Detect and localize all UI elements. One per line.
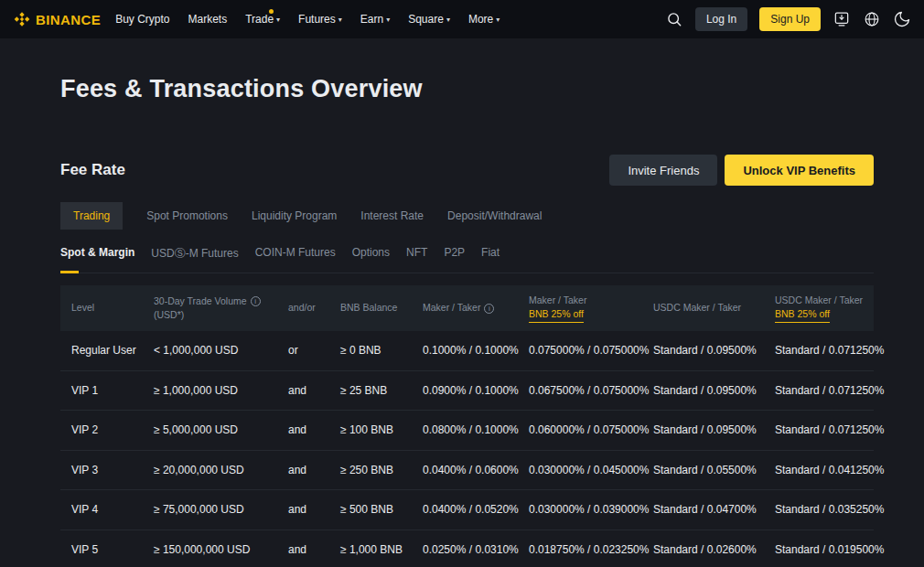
table-row: VIP 4 ≥ 75,000,000 USD and ≥ 500 BNB 0.0… (60, 490, 874, 530)
td-andor: and (277, 423, 329, 436)
td-maker-taker-bnb: 0.030000% / 0.039000% (518, 503, 642, 516)
td-bnb-balance: ≥ 0 BNB (329, 344, 412, 357)
nav-buy-crypto[interactable]: Buy Crypto (115, 13, 169, 26)
tab-liquidity-program[interactable]: Liquidity Program (252, 202, 337, 230)
td-bnb-balance: ≥ 250 BNB (329, 464, 412, 476)
col-header-maker-taker-bnb: Maker / Taker BNB 25% off (518, 287, 642, 329)
bnb-discount-link[interactable]: BNB 25% off (775, 307, 830, 323)
nav-earn[interactable]: Earn (360, 13, 390, 26)
nav-trade[interactable]: Trade (245, 13, 280, 26)
subtab-usds-m-futures[interactable]: USDⓈ-M Futures (151, 246, 238, 262)
chevron-down-icon (338, 13, 342, 26)
td-bnb-balance: ≥ 100 BNB (329, 423, 412, 436)
nav-markets[interactable]: Markets (188, 13, 228, 26)
td-usdc-maker-taker-bnb: Standard / 0.071250% (764, 423, 889, 436)
login-button[interactable]: Log In (695, 7, 747, 31)
td-maker-taker-bnb: 0.075000% / 0.075000% (518, 344, 642, 357)
table-row: Regular User < 1,000,000 USD or ≥ 0 BNB … (60, 331, 874, 371)
tab-spot-promotions[interactable]: Spot Promotions (146, 202, 228, 230)
td-bnb-balance: ≥ 1,000 BNB (329, 543, 412, 556)
invite-friends-button[interactable]: Invite Friends (609, 155, 717, 186)
td-level: VIP 4 (60, 503, 143, 516)
navbar-actions: Log In Sign Up (665, 7, 911, 31)
td-maker-taker: 0.1000% / 0.1000% (412, 344, 518, 357)
language-globe-icon[interactable] (863, 10, 881, 28)
info-icon[interactable] (484, 304, 494, 314)
td-andor: and (277, 384, 329, 397)
td-maker-taker-bnb: 0.018750% / 0.023250% (518, 543, 642, 556)
table-row: VIP 3 ≥ 20,000,000 USD and ≥ 250 BNB 0.0… (60, 451, 874, 491)
subtab-options[interactable]: Options (352, 246, 390, 262)
subtab-p2p[interactable]: P2P (444, 246, 465, 262)
subtab-spot-margin[interactable]: Spot & Margin (60, 246, 134, 262)
theme-moon-icon[interactable] (893, 10, 911, 28)
td-usdc-maker-taker: Standard / 0.09500% (642, 423, 764, 436)
td-maker-taker-bnb: 0.067500% / 0.075000% (518, 384, 642, 397)
chevron-down-icon (276, 13, 280, 26)
td-usdc-maker-taker: Standard / 0.02600% (642, 543, 764, 556)
nav-futures[interactable]: Futures (298, 13, 342, 26)
td-level: VIP 1 (60, 384, 143, 397)
td-level: VIP 3 (60, 464, 143, 476)
subtab-nft[interactable]: NFT (406, 246, 427, 262)
nav-square[interactable]: Square (408, 13, 450, 26)
td-level: VIP 2 (60, 423, 143, 436)
subtab-coin-m-futures[interactable]: COIN-M Futures (255, 246, 336, 262)
td-maker-taker: 0.0900% / 0.1000% (412, 384, 518, 397)
chevron-down-icon (496, 13, 500, 26)
table-row: VIP 2 ≥ 5,000,000 USD and ≥ 100 BNB 0.08… (60, 411, 874, 451)
col-header-usdc-maker-taker-bnb: USDC Maker / Taker BNB 25% off (764, 287, 874, 329)
page-content: Fees & Transactions Overview Fee Rate In… (0, 75, 924, 567)
binance-logo-icon (13, 10, 31, 28)
td-usdc-maker-taker: Standard / 0.09500% (642, 344, 764, 357)
signup-button[interactable]: Sign Up (759, 7, 821, 31)
td-usdc-maker-taker-bnb: Standard / 0.041250% (764, 464, 889, 476)
tab-deposit-withdrawal[interactable]: Deposit/Withdrawal (447, 202, 542, 230)
binance-logo[interactable]: BINANCE (13, 10, 101, 28)
td-andor: and (277, 503, 329, 516)
td-andor: or (277, 344, 329, 357)
nav-more[interactable]: More (468, 13, 500, 26)
td-usdc-maker-taker-bnb: Standard / 0.071250% (764, 344, 889, 357)
td-maker-taker-bnb: 0.030000% / 0.045000% (518, 464, 642, 476)
fee-rate-table: Level 30-Day Trade Volume (USD*) and/or … (60, 285, 874, 567)
subtab-fiat[interactable]: Fiat (481, 246, 500, 262)
td-level: VIP 5 (60, 543, 143, 556)
download-app-icon[interactable] (833, 10, 851, 28)
td-volume: ≥ 75,000,000 USD (143, 503, 277, 516)
tab-interest-rate[interactable]: Interest Rate (360, 202, 424, 230)
fee-rate-actions: Invite Friends Unlock VIP Benefits (609, 155, 874, 186)
td-volume: ≥ 20,000,000 USD (143, 464, 277, 476)
td-usdc-maker-taker: Standard / 0.04700% (642, 503, 764, 516)
col-header-andor: and/or (277, 294, 329, 321)
chevron-down-icon (446, 13, 450, 26)
chevron-down-icon (386, 13, 390, 26)
td-volume: ≥ 150,000,000 USD (143, 543, 277, 556)
col-header-level: Level (60, 294, 143, 321)
td-volume: < 1,000,000 USD (143, 344, 277, 357)
td-volume: ≥ 5,000,000 USD (143, 423, 277, 436)
td-usdc-maker-taker: Standard / 0.09500% (642, 384, 764, 397)
brand-name: BINANCE (36, 12, 101, 27)
td-usdc-maker-taker-bnb: Standard / 0.071250% (764, 384, 889, 397)
td-level: Regular User (60, 344, 143, 357)
td-bnb-balance: ≥ 25 BNB (329, 384, 412, 397)
unlock-vip-button[interactable]: Unlock VIP Benefits (725, 155, 874, 186)
tab-trading[interactable]: Trading (60, 202, 123, 230)
page-title: Fees & Transactions Overview (60, 75, 874, 103)
col-header-bnb-balance: BNB Balance (329, 294, 412, 321)
bnb-discount-link[interactable]: BNB 25% off (529, 307, 584, 323)
search-icon[interactable] (665, 10, 683, 28)
info-icon[interactable] (251, 296, 261, 306)
td-maker-taker: 0.0250% / 0.0310% (412, 543, 518, 556)
table-row: VIP 1 ≥ 1,000,000 USD and ≥ 25 BNB 0.090… (60, 371, 874, 412)
market-subtabs: Spot & Margin USDⓈ-M Futures COIN-M Futu… (60, 246, 874, 273)
td-maker-taker-bnb: 0.060000% / 0.075000% (518, 423, 642, 436)
td-maker-taker: 0.0400% / 0.0520% (412, 503, 518, 516)
td-volume: ≥ 1,000,000 USD (143, 384, 277, 397)
td-maker-taker: 0.0400% / 0.0600% (412, 464, 518, 476)
main-nav: Buy Crypto Markets Trade Futures Earn Sq… (115, 13, 500, 26)
td-usdc-maker-taker-bnb: Standard / 0.019500% (764, 543, 889, 556)
fee-category-tabs: Trading Spot Promotions Liquidity Progra… (60, 202, 874, 230)
table-row: VIP 5 ≥ 150,000,000 USD and ≥ 1,000 BNB … (60, 530, 874, 567)
